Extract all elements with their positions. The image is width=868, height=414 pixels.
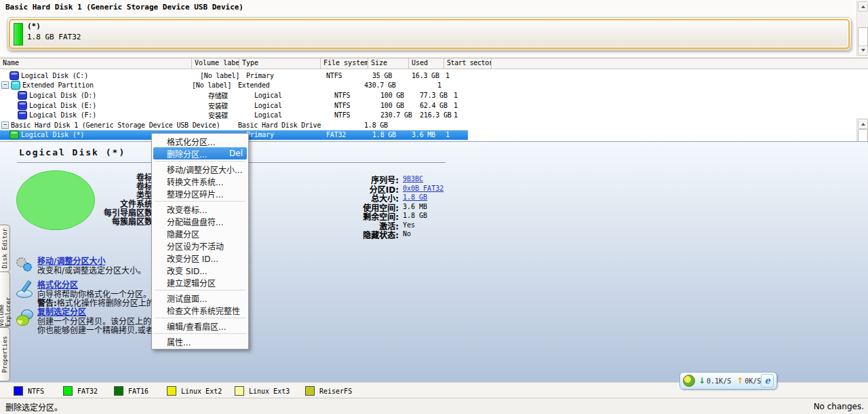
partition-usage-bar	[14, 23, 23, 45]
disk-title: Basic Hard Disk 1 (Generic Storage Devic…	[5, 3, 243, 12]
menu-separator	[155, 201, 245, 202]
table-row[interactable]: Logical Disk (F:) 安装碟 Logical NTFS 230.7…	[0, 110, 868, 120]
disk-blue-icon	[9, 71, 19, 80]
panel-title: Logical Disk (*)	[19, 147, 125, 157]
column-header-start-sector[interactable]: Start sector	[444, 58, 492, 69]
table-body: Logical Disk (C:) [No label] Primary NTF…	[0, 69, 868, 140]
disk-blue-icon	[18, 101, 27, 110]
scroll-down-icon[interactable]	[858, 45, 868, 56]
move-resize-gears-icon	[16, 257, 34, 275]
scrollbar-thumb[interactable]	[858, 27, 868, 47]
menu-item-hide-partition[interactable]: 隐藏分区	[152, 227, 248, 240]
legend-item: FAT32	[63, 386, 98, 396]
collapse-expander-icon[interactable]: −	[1, 81, 9, 89]
legend-swatch	[14, 386, 23, 396]
status-hint-text: 删除选定分区。	[5, 401, 62, 413]
hidden-state-value: No	[403, 229, 411, 238]
column-header-size[interactable]: Size	[368, 58, 409, 69]
partition-manager-window: Basic Hard Disk 1 (Generic Storage Devic…	[0, 0, 868, 414]
column-header-name[interactable]: Name	[0, 58, 192, 69]
table-row[interactable]: − Extended Partition [No label] Extended…	[0, 81, 868, 91]
disk-map-panel: Basic Hard Disk 1 (Generic Storage Devic…	[0, 0, 868, 58]
legend-item: Linux Ext3	[235, 386, 290, 396]
column-header-used[interactable]: Used	[409, 58, 444, 69]
diskmap-scrollbar[interactable]	[856, 1, 868, 56]
legend-item: ReiserFS	[305, 386, 352, 396]
context-menu: 格式化分区... 删除分区...Del 移动/调整分区大小... 转换文件系统.…	[151, 133, 249, 350]
upload-arrow-icon: ↑	[736, 376, 743, 385]
table-row[interactable]: Logical Disk (E:) 安装碟 Logical NTFS 100 G…	[0, 100, 868, 111]
disk-map-partition[interactable]: (*) 1.8 GB FAT32	[9, 19, 850, 49]
status-changes-text: No changes.	[814, 402, 864, 411]
table-row[interactable]: Logical Disk (C:) [No label] Primary NTF…	[0, 71, 868, 81]
ie-browser-icon[interactable]: e	[761, 374, 774, 388]
copy-partition-icon	[16, 309, 34, 327]
legend-swatch	[114, 386, 123, 396]
menu-separator	[155, 290, 245, 290]
menu-item-change-partition-id[interactable]: 改变分区 ID...	[152, 252, 248, 264]
partition-id-link[interactable]: 0x0B FAT32	[403, 183, 443, 193]
move-resize-link[interactable]: 移动/调整分区大小	[37, 257, 146, 267]
menu-item-test-surface[interactable]: 测试盘面...	[152, 292, 248, 304]
legend-item: Linux Ext2	[167, 386, 222, 396]
partition-table: Name Volume label Type File system Size …	[0, 58, 868, 140]
collapse-expander-icon[interactable]: −	[1, 121, 9, 129]
legend-item: NTFS	[14, 386, 44, 396]
legend-swatch	[63, 386, 73, 396]
menu-item-check-filesystem[interactable]: 检查文件系统完整性	[152, 304, 248, 316]
scroll-up-icon[interactable]	[858, 119, 868, 129]
menu-separator	[155, 333, 245, 334]
tab-disk-editor[interactable]: Disk Editor	[0, 225, 10, 272]
menu-item-delete-partition[interactable]: 删除分区...Del	[153, 147, 247, 159]
menu-item-change-label[interactable]: 改变卷标...	[152, 203, 248, 215]
active-value: Yes	[403, 220, 415, 229]
legend-swatch	[305, 386, 315, 396]
partition-info: 1.8 GB FAT32	[27, 33, 81, 41]
table-row[interactable]: Logical Disk (D:) 存储碟 Logical NTFS 100 G…	[0, 90, 868, 100]
security-suite-icon[interactable]	[683, 375, 695, 387]
disk-blue-icon	[18, 91, 27, 100]
net-speed-widget[interactable]: ↓ 0.1K/S ↑ 0K/S e	[679, 372, 777, 390]
tab-volume-explorer[interactable]: Volume Explorer	[0, 271, 10, 327]
menu-item-properties[interactable]: 属性...	[152, 335, 248, 347]
legend-swatch	[167, 386, 176, 396]
menu-item-format-partition[interactable]: 格式化分区...	[152, 135, 248, 147]
disk-cyan-icon	[11, 81, 20, 90]
upload-speed: 0K/S	[745, 377, 761, 385]
download-speed: 0.1K/S	[707, 377, 731, 385]
menu-separator	[155, 161, 245, 162]
menu-item-create-logical[interactable]: 建立逻辑分区	[152, 276, 248, 288]
partition-label: (*)	[27, 22, 41, 31]
status-bar: 删除选定分区。 No changes.	[0, 398, 868, 414]
prop-label: 每簇扇区数	[41, 218, 153, 227]
menu-item-convert-filesystem[interactable]: 转换文件系统...	[152, 175, 248, 187]
copy-partition-link[interactable]: 复制选定分区	[37, 308, 167, 318]
menu-item-set-inactive[interactable]: 分区设为不活动	[152, 240, 248, 252]
serial-number-link[interactable]: 9B3BC	[403, 174, 423, 183]
right-property-list: 序列号:9B3BC 分区ID:0x0B FAT32 总大小:1.8 GB 使用空…	[292, 174, 443, 238]
table-header: Name Volume label Type File system Size …	[0, 58, 868, 69]
menu-separator	[155, 318, 245, 318]
left-property-labels: 卷标 卷标 类型 文件系统 每引导扇区数 每簇扇区数	[41, 174, 153, 227]
disk-green-icon	[9, 130, 19, 139]
legend-swatch	[235, 386, 244, 396]
column-header-file-system[interactable]: File system	[321, 58, 368, 69]
tab-properties[interactable]: Properties	[0, 327, 10, 381]
menu-item-change-sid[interactable]: 改变 SID...	[152, 264, 248, 276]
download-arrow-icon: ↓	[698, 376, 705, 385]
column-header-type[interactable]: Type	[239, 58, 321, 69]
action-copy: 复制选定分区 创建一个分区拷贝。该分区上的所有 你也能够创建一个精确拷贝,或者仅	[37, 308, 167, 336]
used-space-value: 3.6 MB	[403, 202, 427, 211]
scroll-up-icon[interactable]	[858, 1, 868, 12]
legend-item: FAT16	[114, 386, 149, 396]
menu-item-move-resize[interactable]: 移动/调整分区大小...	[152, 163, 248, 175]
free-space-value: 1.8 GB	[403, 210, 427, 220]
menu-item-assign-drive-letter[interactable]: 分配磁盘盘符...	[152, 215, 248, 227]
menu-item-defragment[interactable]: 整理分区碎片...	[152, 187, 248, 200]
table-row[interactable]: − Basic Hard Disk 1 (Generic Storage Dev…	[0, 120, 868, 130]
disk-blue-icon	[18, 111, 27, 119]
properties-panel: Disk Editor Volume Explorer Properties L…	[0, 141, 868, 383]
column-header-volume-label[interactable]: Volume label	[192, 58, 239, 69]
menu-item-edit-view-sectors[interactable]: 编辑/查看扇区...	[152, 320, 248, 332]
total-size-link[interactable]: 1.8 GB	[403, 192, 427, 202]
